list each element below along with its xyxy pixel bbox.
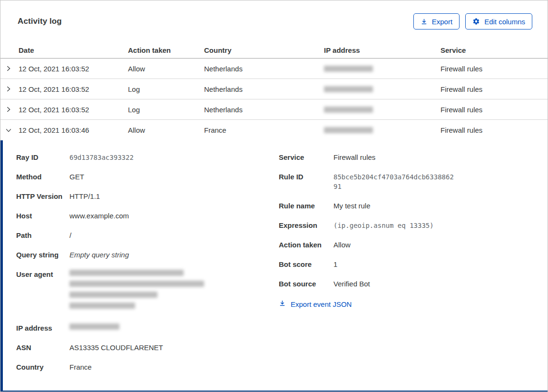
- detail-value-http-version: HTTP/1.1: [69, 192, 279, 201]
- activity-log-panel: Activity log Export Edit columns Date Ac…: [0, 0, 548, 392]
- detail-label-method: Method: [16, 172, 69, 182]
- export-button-label: Export: [432, 18, 452, 26]
- detail-label-action-taken: Action taken: [279, 240, 333, 250]
- cell-ip-address: [324, 66, 440, 72]
- table-row[interactable]: 12 Oct, 2021 16:03:52 Allow Netherlands …: [0, 59, 548, 79]
- cell-service: Firewall rules: [440, 65, 548, 73]
- detail-label-service: Service: [279, 153, 333, 162]
- column-header-country: Country: [204, 46, 324, 54]
- table-header: Date Action taken Country IP address Ser…: [0, 42, 548, 59]
- table-row[interactable]: 12 Oct, 2021 16:03:52 Log Netherlands Fi…: [0, 79, 548, 99]
- detail-value-ray-id: 69d13783ac393322: [69, 153, 279, 162]
- cell-country: Netherlands: [204, 65, 324, 73]
- cell-country: Netherlands: [204, 85, 324, 93]
- detail-value-bot-source: Verified Bot: [333, 279, 530, 289]
- detail-label-query-string: Query string: [16, 250, 69, 260]
- detail-label-rule-id: Rule ID: [279, 172, 333, 191]
- cell-date: 12 Oct, 2021 16:03:52: [19, 65, 128, 73]
- detail-label-expression: Expression: [279, 221, 333, 230]
- column-header-date: Date: [19, 46, 128, 54]
- cell-service: Firewall rules: [440, 106, 548, 114]
- export-event-json-label: Export event JSON: [291, 300, 352, 308]
- detail-label-bot-source: Bot source: [279, 279, 333, 289]
- detail-value-host: www.example.com: [69, 211, 279, 221]
- event-detail-panel: Ray ID 69d13783ac393322 Method GET HTTP …: [0, 140, 548, 392]
- cell-date: 12 Oct, 2021 16:03:52: [19, 85, 128, 93]
- export-button[interactable]: Export: [413, 13, 460, 29]
- toolbar: Activity log Export Edit columns: [0, 0, 548, 42]
- detail-label-host: Host: [16, 211, 69, 221]
- redacted-text-line: [69, 270, 184, 276]
- table-row[interactable]: 12 Oct, 2021 16:03:52 Log Netherlands Fi…: [0, 99, 548, 120]
- redacted-ip: [324, 86, 373, 92]
- table-row-expanded[interactable]: 12 Oct, 2021 16:03:46 Allow France Firew…: [0, 120, 548, 140]
- download-icon: [421, 18, 428, 25]
- cell-action-taken: Allow: [128, 65, 204, 73]
- detail-value-action-taken: Allow: [333, 240, 530, 250]
- chevron-down-icon[interactable]: [0, 127, 19, 134]
- detail-value-path: /: [69, 231, 279, 240]
- chevron-right-icon[interactable]: [0, 106, 19, 113]
- chevron-right-icon[interactable]: [0, 86, 19, 92]
- redacted-text-line: [69, 303, 135, 309]
- detail-value-user-agent-redacted: [69, 270, 279, 314]
- edit-columns-button[interactable]: Edit columns: [465, 13, 532, 29]
- redacted-text-line: [69, 292, 157, 298]
- cell-service: Firewall rules: [440, 126, 548, 134]
- redacted-text-line: [69, 281, 204, 287]
- cell-ip-address: [324, 127, 440, 133]
- cell-country: France: [204, 126, 324, 134]
- column-header-action-taken: Action taken: [128, 46, 204, 54]
- page-title: Activity log: [18, 17, 62, 26]
- detail-value-method: GET: [69, 172, 279, 182]
- detail-label-ip-address: IP address: [16, 323, 69, 333]
- detail-value-country: France: [69, 363, 279, 372]
- export-event-json-link[interactable]: Export event JSON: [279, 300, 530, 308]
- detail-label-country: Country: [16, 363, 69, 372]
- detail-right-column: Service Firewall rules Rule ID 85bce5b20…: [279, 153, 530, 391]
- cell-action-taken: Log: [128, 106, 204, 114]
- detail-label-ray-id: Ray ID: [16, 153, 69, 162]
- detail-value-expression: (ip.geoip.asnum eq 13335): [333, 221, 530, 230]
- redacted-ip: [324, 107, 373, 113]
- cell-date: 12 Oct, 2021 16:03:46: [19, 126, 128, 134]
- redacted-ip: [324, 66, 373, 72]
- detail-value-rule-id: 85bce5b204cf4703a764dcb633886291: [333, 172, 456, 191]
- column-header-ip-address: IP address: [324, 46, 440, 54]
- detail-label-rule-name: Rule name: [279, 201, 333, 211]
- toolbar-actions: Export Edit columns: [413, 13, 532, 29]
- cell-date: 12 Oct, 2021 16:03:52: [19, 106, 128, 114]
- download-icon: [279, 300, 286, 308]
- redacted-ip: [324, 127, 373, 133]
- cell-ip-address: [324, 86, 440, 92]
- detail-value-asn: AS13335 CLOUDFLARENET: [69, 343, 279, 353]
- gear-icon: [472, 18, 480, 25]
- detail-label-bot-score: Bot score: [279, 260, 333, 269]
- detail-value-bot-score: 1: [333, 260, 530, 269]
- column-header-service: Service: [440, 46, 548, 54]
- detail-left-column: Ray ID 69d13783ac393322 Method GET HTTP …: [16, 153, 279, 391]
- cell-ip-address: [324, 107, 440, 113]
- edit-columns-button-label: Edit columns: [484, 18, 525, 26]
- chevron-right-icon[interactable]: [0, 65, 19, 72]
- detail-label-path: Path: [16, 231, 69, 240]
- detail-label-user-agent: User agent: [16, 270, 69, 314]
- cell-action-taken: Log: [128, 85, 204, 93]
- detail-value-ip-address-redacted: [69, 323, 279, 333]
- cell-country: Netherlands: [204, 106, 324, 114]
- cell-service: Firewall rules: [440, 85, 548, 93]
- detail-label-asn: ASN: [16, 343, 69, 353]
- cell-action-taken: Allow: [128, 126, 204, 134]
- detail-value-service: Firewall rules: [333, 153, 530, 162]
- detail-value-query-string: Empty query string: [69, 250, 279, 260]
- detail-value-rule-name: My test rule: [333, 201, 530, 211]
- detail-label-http-version: HTTP Version: [16, 192, 69, 201]
- redacted-ip: [69, 323, 119, 330]
